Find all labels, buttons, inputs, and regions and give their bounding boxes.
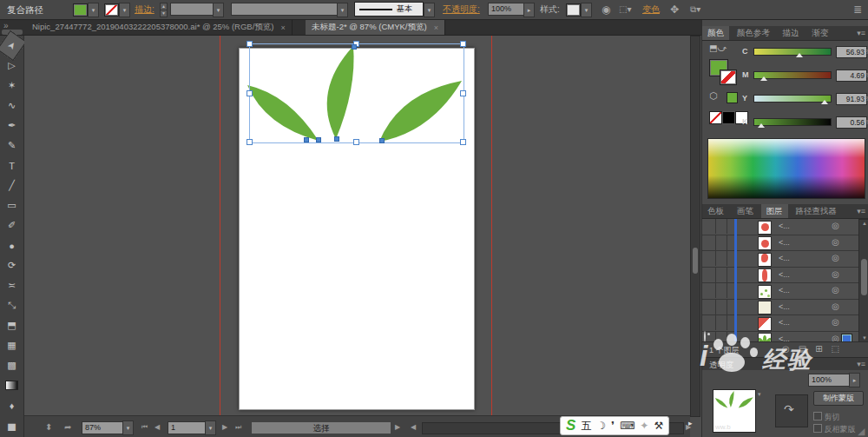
channel-value-field[interactable]: 0.56 (836, 116, 867, 129)
lock-toggle[interactable] (715, 219, 727, 234)
tab-brushes[interactable]: 画笔 (732, 204, 759, 218)
transparency-panel-header[interactable]: 透明度 ▾≡ (702, 357, 868, 371)
guide-left[interactable] (220, 36, 220, 424)
stroke-style-preview[interactable]: 基本 (354, 2, 424, 17)
channel-value-field[interactable]: 4.69 (836, 70, 867, 82)
selection-handle-ne[interactable] (460, 41, 466, 47)
clip-checkbox[interactable] (813, 412, 822, 420)
tab-color[interactable]: 颜色 (702, 26, 729, 40)
layer-name[interactable]: <... (779, 270, 790, 279)
stroke-weight-dropdown[interactable]: ▾ (213, 3, 224, 17)
layer-name[interactable]: <... (779, 286, 790, 295)
lasso-tool[interactable]: ∿ (0, 96, 23, 116)
layer-name[interactable]: <... (779, 238, 790, 247)
color-panel-menu-icon[interactable]: ▾≡ (857, 29, 865, 37)
invert-mask-checkbox-row[interactable]: 反相蒙版 (813, 424, 856, 435)
hscroll-left-icon[interactable]: ◀ (411, 416, 416, 437)
paintbrush-tool[interactable]: ✐ (0, 215, 23, 235)
last-color-swatch[interactable] (727, 92, 738, 103)
ime-tools-icon[interactable]: ⚒ (654, 420, 663, 432)
vertical-scrollbar[interactable] (690, 36, 700, 417)
anchor-point[interactable] (316, 137, 321, 142)
channel-slider[interactable] (753, 95, 832, 103)
ime-toolbar[interactable]: S 五 ☽ ❜ ⌨ ✦ ⚒ (560, 416, 669, 435)
lock-toggle[interactable] (715, 235, 727, 250)
visibility-toggle[interactable] (702, 283, 716, 298)
layer-name[interactable]: <... (779, 318, 790, 327)
slider-marker[interactable] (821, 100, 828, 104)
next-artboard-icon[interactable]: ▶ (222, 416, 227, 437)
slider-marker[interactable] (760, 76, 767, 81)
selection-handle-se[interactable] (460, 139, 466, 145)
target-circle-icon[interactable]: ◎ (832, 285, 839, 295)
guide-right[interactable] (491, 36, 492, 424)
ime-expand-icon[interactable]: ▸ (688, 419, 693, 427)
target-circle-icon[interactable]: ◎ (832, 301, 839, 311)
channel-slider[interactable] (753, 71, 832, 79)
pencil-tool[interactable]: ✎ (0, 136, 23, 156)
magic-wand-tool[interactable]: ✶ (0, 76, 23, 96)
transform-icon[interactable]: ⧉▾ (690, 0, 700, 19)
stroke-weight-link[interactable]: 描边: (135, 0, 155, 19)
visibility-toggle[interactable] (702, 219, 716, 234)
tab-layers[interactable]: 图层 (761, 204, 788, 218)
resize-grip[interactable]: ◢ (858, 426, 865, 437)
anchor-point[interactable] (304, 137, 309, 142)
layers-scrollbar-thumb[interactable] (861, 259, 867, 295)
layer-row[interactable]: <...◎ (702, 268, 858, 284)
layers-scrollbar[interactable]: ▲ ▼ (858, 219, 868, 343)
layer-row[interactable]: <...◎ (702, 219, 858, 235)
lock-toggle[interactable] (715, 251, 727, 266)
vertical-scrollbar-thumb[interactable] (693, 248, 698, 274)
control-panel-menu-icon[interactable]: ≣ (853, 0, 862, 19)
color-spectrum[interactable] (707, 138, 865, 199)
sogou-logo-icon[interactable]: S (566, 417, 575, 434)
stroke-color-dropdown[interactable]: ▾ (119, 3, 130, 17)
lock-toggle[interactable] (715, 283, 727, 298)
opacity-dropdown[interactable]: ▸ (523, 3, 535, 17)
document-tab-2-close-icon[interactable]: × (434, 23, 438, 32)
first-artboard-icon[interactable]: ⏮ (141, 416, 148, 437)
selection-bounding-box[interactable] (249, 43, 464, 143)
channel-slider[interactable] (753, 48, 832, 56)
layer-row[interactable]: <...◎ (702, 235, 858, 252)
lock-toggle[interactable] (715, 315, 727, 330)
layer-name[interactable]: <... (779, 302, 790, 311)
slider-marker[interactable] (758, 123, 765, 128)
selection-handle-sw[interactable] (247, 139, 253, 145)
channel-value-field[interactable]: 91.93 (836, 93, 867, 105)
stroke-style-dropdown[interactable]: ▾ (424, 3, 435, 17)
brush-definition-dropdown[interactable]: ▾ (337, 3, 348, 17)
document-tab-1[interactable]: Nipic_27447772_20190403222205378000.ai* … (26, 20, 293, 35)
status-expand-icon[interactable]: ▶ (395, 416, 400, 437)
column-graph-tool[interactable]: ▅ (0, 415, 23, 435)
invert-mask-checkbox[interactable] (813, 424, 822, 433)
eyedropper-tool[interactable]: ♦ (0, 395, 23, 415)
fill-color-dropdown[interactable]: ▾ (88, 3, 99, 17)
rectangle-tool[interactable]: ▭ (0, 195, 23, 215)
clip-checkbox-row[interactable]: 剪切 (813, 412, 840, 423)
style-swatch[interactable] (566, 3, 581, 17)
stroke-color-swatch[interactable] (104, 3, 119, 17)
slider-marker[interactable] (796, 53, 803, 57)
rotate-tool[interactable]: ⟳ (0, 255, 23, 275)
layer-row[interactable]: <...◎ (702, 283, 858, 300)
channel-slider[interactable] (753, 118, 832, 126)
gradient-tool[interactable] (0, 375, 23, 395)
layer-row[interactable]: <...◎ (702, 315, 858, 332)
transparency-panel-menu-icon[interactable]: ▾≡ (857, 360, 865, 368)
zoom-level-dropdown[interactable]: ▾ (122, 420, 134, 435)
brush-definition-field[interactable] (231, 3, 342, 16)
ime-keyboard-icon[interactable]: ⌨ (620, 420, 635, 432)
layers-panel-menu-icon[interactable]: ▾≡ (857, 207, 865, 215)
visibility-toggle[interactable] (702, 315, 716, 330)
stroke-proxy-swatch[interactable] (720, 70, 737, 85)
stroke-weight-stepper[interactable]: ▲ ▼ (160, 3, 168, 16)
layer-row[interactable]: <...◎ (702, 251, 858, 268)
layer-name[interactable]: <... (779, 254, 790, 262)
lock-toggle[interactable] (715, 268, 727, 282)
object-thumbnail[interactable]: ww.b (713, 389, 756, 433)
recolor-link[interactable]: 变色 (642, 0, 660, 19)
tab-color-guide[interactable]: 颜色参考 (732, 26, 775, 40)
ime-mode-label[interactable]: 五 (581, 419, 591, 434)
